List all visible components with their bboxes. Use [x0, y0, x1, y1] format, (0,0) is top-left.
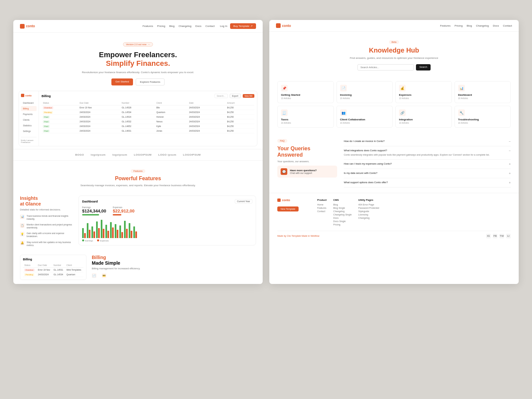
faq-toggle-icon[interactable]: +	[509, 162, 511, 166]
sidebar-clients[interactable]: Clients	[21, 117, 37, 122]
nav2-docs[interactable]: Docs	[493, 24, 499, 27]
knowledge-search-input[interactable]	[357, 64, 414, 70]
nav-contact[interactable]: Contact	[205, 25, 215, 28]
faq-toggle-icon[interactable]: +	[509, 181, 511, 185]
category-card[interactable]: 🔧 Troubleshooting 10 Articles	[455, 106, 511, 128]
category-card[interactable]: 💰 Expenses 10 Articles	[395, 81, 452, 103]
lightbulb-icon: 💡	[20, 232, 25, 236]
nav-pricing[interactable]: Pricing	[157, 25, 165, 28]
category-card[interactable]: 🧾 Taxes 10 Articles	[277, 106, 334, 128]
category-icon: 📊	[458, 85, 465, 91]
sidebar-statistics[interactable]: Statistics	[21, 123, 37, 128]
search-box[interactable]: Search...	[214, 94, 228, 98]
export-button[interactable]: Export	[230, 94, 241, 98]
category-card[interactable]: 📄 Invoicing 10 Articles	[336, 81, 393, 103]
category-title: Troubleshooting	[458, 118, 507, 121]
category-count: 10 Articles	[399, 122, 448, 124]
faq-question: What support options does Conto offer?	[344, 181, 388, 184]
hero-title-line1: Empower Freelancers.	[20, 51, 256, 59]
support-chat-icon: 💬	[281, 168, 287, 175]
insight-text-2: Monitor client transactions and project …	[27, 223, 73, 229]
sidebar-dashboard[interactable]: Dashboard	[21, 100, 37, 105]
login-button[interactable]: Log In	[220, 25, 227, 28]
nav2-blog[interactable]: Blog	[466, 24, 472, 27]
explore-features-button[interactable]: Explore Features	[136, 78, 165, 85]
insights-subtitle: Detailed stats for informed decisions.	[20, 208, 73, 211]
faq-toggle-icon[interactable]: −	[509, 140, 511, 143]
linkedin-icon[interactable]: LI	[506, 234, 511, 238]
category-title: Dashboard	[458, 93, 507, 96]
insights-text: Insights at Glance Detailed stats for in…	[20, 196, 73, 246]
get-started-button[interactable]: Get Started	[111, 78, 133, 85]
table-row: Paid	[42, 129, 78, 133]
expenses-bar	[121, 232, 123, 238]
sidebar-settings[interactable]: Settings	[21, 129, 37, 134]
chart-legend: Earnings Expenses	[82, 239, 252, 242]
footer-cms-col: CMS Blog Blog Single Changelog Changelog…	[333, 199, 351, 227]
expenses-bar	[112, 227, 114, 238]
logo-4: LOGOIPSUM	[134, 153, 152, 156]
nav-features[interactable]: Features	[143, 25, 153, 28]
category-card[interactable]: 👥 Client Collaboration 10 Articles	[336, 106, 393, 128]
nav2-pricing[interactable]: Pricing	[455, 24, 463, 27]
insight-feature-4: 🔔 Stay current with live updates on key …	[20, 241, 73, 247]
billing-title: Billing	[42, 94, 51, 98]
knowledge-section: Beta Knowledge Hub Find answers, guides,…	[269, 32, 519, 77]
features-title: Powerful Features	[20, 176, 256, 182]
instagram-icon[interactable]: IG	[486, 234, 491, 238]
table-row: Paid	[42, 124, 78, 129]
faq-item[interactable]: Is my data secure with Conto? +	[344, 169, 511, 178]
nav2-changelog[interactable]: Changelog	[476, 24, 489, 27]
sidebar-payments[interactable]: Payments	[21, 112, 37, 117]
new-bill-button[interactable]: New Bill	[243, 94, 254, 98]
category-card[interactable]: 📊 Dashboard 10 Articles	[455, 81, 511, 103]
insights-features: 📊 Track business trends and financial in…	[20, 214, 73, 247]
expenses-bar	[89, 230, 90, 238]
bar-group	[115, 224, 118, 238]
earnings-progress	[82, 214, 99, 215]
nav-changelog[interactable]: Changelog	[179, 25, 192, 28]
sidebar-logo: conto	[21, 94, 37, 97]
knowledge-badge: Beta	[389, 40, 399, 44]
faq-item[interactable]: What support options does Conto offer? +	[344, 178, 511, 188]
category-card[interactable]: 📌 Getting Started 10 Articles	[277, 81, 334, 103]
category-title: Invoicing	[340, 93, 389, 96]
twitter-icon[interactable]: TW	[499, 234, 504, 238]
faq-support-text: Have more questions? Chat with our suppo…	[290, 169, 317, 174]
expenses-progress	[113, 214, 121, 215]
nav-links: Features Pricing Blog Changelog Docs Con…	[143, 25, 215, 28]
nav-blog[interactable]: Blog	[169, 25, 175, 28]
faq-toggle-icon[interactable]: −	[509, 149, 511, 153]
expenses-bar	[84, 233, 86, 238]
nav2-features[interactable]: Features	[440, 24, 451, 27]
faq-item[interactable]: What integrations does Conto support? Co…	[344, 146, 511, 160]
buy-template-button[interactable]: Buy Template ↗	[230, 23, 256, 29]
main-content: Billing Search... Export New Bill Status…	[39, 91, 257, 146]
category-card[interactable]: 🔗 Integration 10 Articles	[395, 106, 452, 128]
faq-item[interactable]: How can I track my expenses using Conto?…	[344, 160, 511, 169]
footer-new-template-button[interactable]: New Template	[277, 206, 299, 211]
category-count: 10 Articles	[281, 122, 330, 124]
bar-group	[119, 225, 123, 238]
knowledge-search-button[interactable]: Search	[416, 64, 431, 70]
category-icon: 👥	[340, 109, 347, 116]
logo-1: BOGO	[75, 153, 84, 156]
footer-logo-icon	[277, 199, 281, 202]
nav-logo: conto	[20, 24, 35, 29]
faq-item[interactable]: How do I create an invoice in Conto? −	[344, 137, 511, 146]
facebook-icon[interactable]: FB	[493, 234, 497, 238]
category-title: Integration	[399, 118, 448, 121]
nav-docs[interactable]: Docs	[196, 25, 201, 28]
billing-feature-icon-1: 📄	[92, 273, 96, 278]
category-count: 10 Articles	[399, 97, 448, 99]
faq-toggle-icon[interactable]: +	[509, 172, 511, 175]
nav2-contact[interactable]: Contact	[503, 24, 512, 27]
category-icon: 🔗	[399, 109, 406, 116]
footer-logo: conto	[277, 199, 311, 202]
screenshots-container: conto Features Pricing Blog Changelog Do…	[13, 20, 519, 284]
earnings-bar	[115, 224, 116, 238]
chart-period[interactable]: Current Year	[235, 199, 252, 203]
category-count: 10 Articles	[340, 122, 389, 124]
earnings-bar	[96, 221, 98, 238]
sidebar-billing[interactable]: Billing	[21, 106, 37, 111]
